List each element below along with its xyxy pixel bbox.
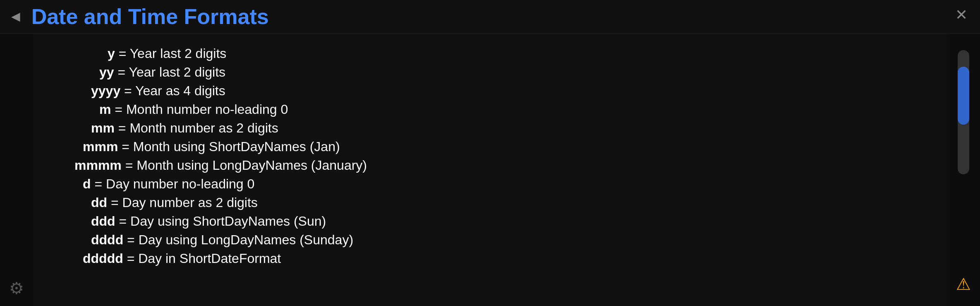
main-container: ◄ Date and Time Formats ✕ ⚙ y = Year las… (0, 0, 980, 306)
format-list-item: yyyy = Year as 4 digits (58, 83, 922, 99)
format-description: = Month number no-leading 0 (111, 102, 288, 117)
format-list-item: d = Day number no-leading 0 (58, 176, 922, 192)
format-list-item: dddd = Day using LongDayNames (Sunday) (58, 232, 922, 248)
format-code: m (99, 102, 111, 117)
format-description: = Day number no-leading 0 (91, 176, 255, 191)
format-code: y (108, 46, 115, 61)
format-code: dddd (91, 232, 123, 247)
format-description: = Year last 2 digits (115, 46, 227, 61)
format-description: = Month using LongDayNames (January) (122, 158, 367, 173)
header: ◄ Date and Time Formats ✕ (0, 0, 980, 34)
right-panel-inner: ⚠ (956, 42, 971, 298)
format-code: yyyy (91, 83, 120, 98)
format-code: mmm (83, 139, 118, 154)
format-code: mmmm (74, 158, 122, 173)
main-content: y = Year last 2 digitsyy = Year last 2 d… (33, 34, 947, 306)
format-code: d (83, 176, 91, 191)
format-list-item: y = Year last 2 digits (58, 46, 922, 61)
format-list-item: ddd = Day using ShortDayNames (Sun) (58, 214, 922, 229)
format-code: yy (99, 65, 114, 80)
settings-icon[interactable]: ✕ (955, 6, 968, 24)
format-description: = Month using ShortDayNames (Jan) (118, 139, 340, 154)
format-description: = Day using ShortDayNames (Sun) (115, 214, 326, 229)
gear-icon[interactable]: ⚙ (9, 279, 24, 298)
format-list: y = Year last 2 digitsyy = Year last 2 d… (58, 46, 922, 266)
format-description: = Year last 2 digits (114, 65, 226, 80)
format-list-item: mmmm = Month using LongDayNames (January… (58, 158, 922, 173)
back-arrow-icon[interactable]: ◄ (8, 8, 23, 25)
format-code: mm (91, 120, 115, 135)
right-panel: ⚠ (947, 34, 980, 306)
format-description: = Day using LongDayNames (Sunday) (123, 232, 353, 247)
format-list-item: yy = Year last 2 digits (58, 65, 922, 80)
format-list-item: mm = Month number as 2 digits (58, 120, 922, 136)
format-code: ddddd (83, 251, 123, 266)
format-code: dd (91, 195, 107, 210)
page-title: Date and Time Formats (31, 4, 269, 29)
format-description: = Year as 4 digits (120, 83, 225, 98)
warning-icon: ⚠ (956, 275, 971, 298)
scrollbar-thumb[interactable] (958, 67, 969, 125)
format-description: = Day number as 2 digits (107, 195, 258, 210)
format-list-item: dd = Day number as 2 digits (58, 195, 922, 210)
format-list-item: mmm = Month using ShortDayNames (Jan) (58, 139, 922, 154)
format-list-item: ddddd = Day in ShortDateFormat (58, 251, 922, 266)
left-panel: ⚙ (0, 34, 33, 306)
content-area: ⚙ y = Year last 2 digitsyy = Year last 2… (0, 34, 980, 306)
format-description: = Month number as 2 digits (115, 120, 278, 135)
format-code: ddd (91, 214, 115, 229)
format-list-item: m = Month number no-leading 0 (58, 102, 922, 117)
scrollbar-track[interactable] (958, 50, 969, 174)
format-description: = Day in ShortDateFormat (123, 251, 281, 266)
